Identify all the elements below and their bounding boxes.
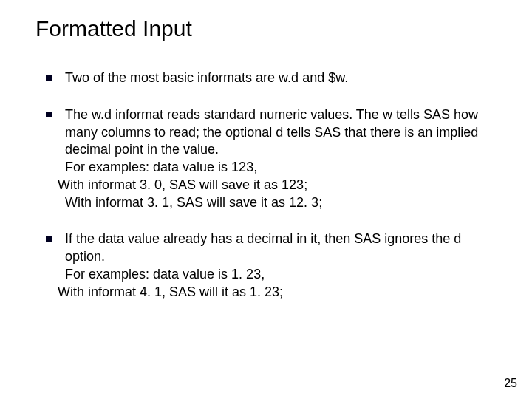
bullet-text: The w.d informat reads standard numeric … bbox=[65, 106, 495, 159]
bullet-text-cont: With informat 4. 1, SAS will it as 1. 23… bbox=[44, 284, 495, 301]
square-bullet-icon bbox=[46, 236, 52, 242]
square-bullet-icon bbox=[46, 112, 52, 117]
bullet-item-2: The w.d informat reads standard numeric … bbox=[44, 106, 495, 212]
bullet-text-cont: With informat 3. 0, SAS will save it as … bbox=[44, 177, 495, 194]
bullet-text: Two of the most basic informats are w.d … bbox=[65, 70, 348, 85]
bullet-text-cont: For examples: data value is 123, bbox=[65, 159, 495, 177]
bullet-item-3: If the data value already has a decimal … bbox=[44, 231, 495, 301]
square-bullet-icon bbox=[46, 75, 52, 81]
bullet-item-1: Two of the most basic informats are w.d … bbox=[44, 69, 495, 87]
page-number: 25 bbox=[504, 377, 517, 390]
slide-title: Formatted Input bbox=[35, 16, 192, 41]
slide: Formatted Input Two of the most basic in… bbox=[0, 0, 532, 399]
slide-body: Two of the most basic informats are w.d … bbox=[44, 69, 495, 301]
bullet-text-cont: With informat 3. 1, SAS will save it as … bbox=[65, 194, 495, 212]
bullet-text-cont: For examples: data value is 1. 23, bbox=[65, 266, 495, 284]
bullet-text: If the data value already has a decimal … bbox=[65, 231, 495, 266]
